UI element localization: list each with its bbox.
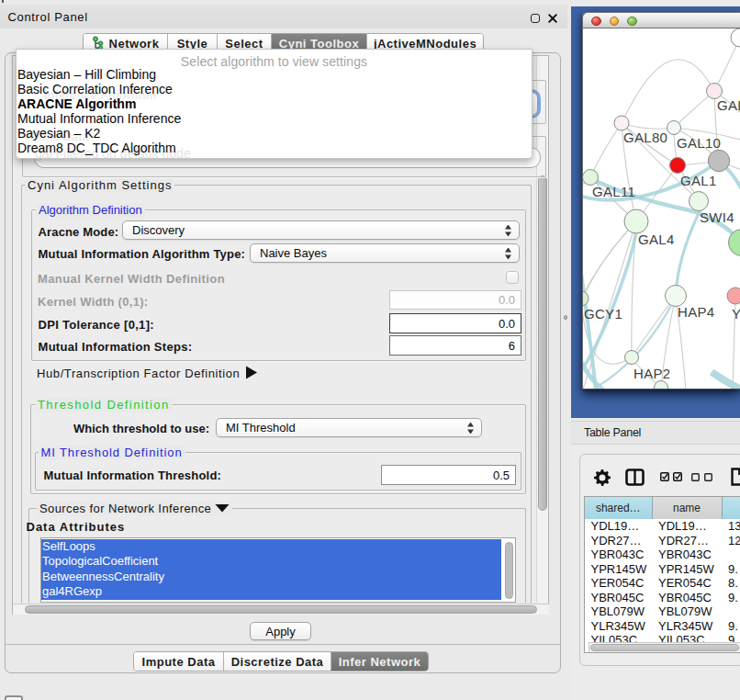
network-node-swi4[interactable] <box>690 192 709 211</box>
tab-impute-data[interactable]: Impute Data <box>134 652 224 671</box>
split-view-icon[interactable] <box>625 469 645 486</box>
table-row[interactable]: YER054CYER054C8. <box>585 576 740 591</box>
table-header-row: shared…nameA <box>585 497 740 519</box>
table-cell: 9. <box>728 619 740 634</box>
unchecked-pair-icon[interactable] <box>691 473 713 481</box>
group-title: Threshold Definition <box>35 398 173 412</box>
tab-label: Impute Data <box>142 655 216 669</box>
network-node-gal11[interactable] <box>583 170 599 186</box>
kernel-width-label: Kernel Width (0,1): <box>38 295 148 309</box>
mi-threshold-field[interactable]: 0.5 <box>381 465 516 485</box>
dropdown-item[interactable]: ARACNE Algorithm <box>17 96 136 111</box>
network-edge[interactable] <box>622 60 714 123</box>
mi-steps-field[interactable]: 6 <box>389 335 521 356</box>
dropdown-item[interactable]: Bayesian – K2 <box>17 126 100 141</box>
kernel-width-field[interactable]: 0.0 <box>389 290 521 310</box>
table-cell: YBR043C <box>591 548 653 562</box>
manual-kernel-label: Manual Kernel Width Definition <box>38 272 225 286</box>
network-node-hap2[interactable] <box>625 351 639 365</box>
splitpane-handle[interactable] <box>564 315 567 320</box>
network-window-titlebar[interactable] <box>582 12 740 28</box>
dpi-tolerance-field[interactable]: 0.0 <box>389 313 521 333</box>
network-node-gal1[interactable] <box>670 158 686 174</box>
table-row[interactable]: YBR045CYBR045C9. <box>585 591 740 605</box>
table-row[interactable]: YBR043CYBR043C <box>585 548 740 562</box>
network-node-gal80[interactable] <box>614 116 629 130</box>
document-icon[interactable] <box>731 468 740 486</box>
table-row[interactable]: YLR345WYLR345W9. <box>585 619 740 634</box>
table-row[interactable]: YBL079WYBL079W <box>585 604 740 619</box>
dock-icon[interactable] <box>5 695 23 700</box>
table-row[interactable]: YDL19…YDL19…13 <box>585 519 740 534</box>
aracne-mode-select[interactable]: Discovery <box>122 220 520 240</box>
table-cell <box>728 548 740 562</box>
network-node-gcy1[interactable] <box>583 291 589 306</box>
float-window-icon[interactable] <box>531 14 540 23</box>
table-hscrollbar[interactable] <box>589 642 740 653</box>
column-header-shared[interactable]: shared… <box>585 497 653 519</box>
network-node-gal[interactable] <box>707 84 723 99</box>
dropdown-item[interactable]: Basic Correlation Inference <box>17 82 173 96</box>
table-cell: 9. <box>728 562 740 577</box>
attribute-item[interactable]: TopologicalCoefficient <box>41 554 502 570</box>
node-label: GAL80 <box>623 130 667 145</box>
expand-arrow-icon[interactable] <box>246 366 257 379</box>
attribute-item[interactable]: gal4RGexp <box>41 584 502 600</box>
table-row[interactable]: YDR27…YDR27…12 <box>585 534 740 548</box>
table-cell: YDR27… <box>658 534 722 548</box>
group-title: Cyni Algorithm Settings <box>25 178 174 192</box>
tab-discretize-data[interactable]: Discretize Data <box>224 652 331 671</box>
list-scrollbar-thumb[interactable] <box>505 542 513 599</box>
table-row[interactable]: YPR145WYPR145W9. <box>585 562 740 577</box>
table-cell <box>728 604 740 619</box>
node-label: GAL10 <box>677 135 721 151</box>
attribute-item[interactable]: BetweennessCentrality <box>41 570 502 585</box>
dropdown-item[interactable]: Dream8 DC_TDC Algorithm <box>17 141 176 155</box>
network-node-gal4[interactable] <box>624 209 648 233</box>
table-cell: 12 <box>728 534 740 548</box>
data-attributes-label: Data Attributes <box>27 520 126 534</box>
minimize-traffic-light[interactable] <box>610 17 620 27</box>
table-cell: YPR145W <box>591 562 653 577</box>
table-panel-title: Table Panel <box>584 426 641 439</box>
table-cell: YBR045C <box>658 591 722 605</box>
group-title[interactable]: Sources for Network Inference <box>37 502 232 515</box>
column-header-A[interactable]: A <box>723 497 740 519</box>
collapse-arrow-icon <box>215 504 230 513</box>
attribute-item[interactable]: SelfLoops <box>41 539 502 555</box>
network-edge[interactable] <box>590 123 622 177</box>
dropdown-item[interactable]: Mutual Information Inference <box>17 111 181 126</box>
table-toolbar <box>580 455 740 495</box>
network-node-gal10[interactable] <box>667 121 681 135</box>
table-hscrollbar-thumb[interactable] <box>590 644 739 651</box>
close-icon[interactable] <box>548 14 557 23</box>
tab-infer-network[interactable]: Infer Network <box>331 652 428 671</box>
horizontal-scrollbar-thumb[interactable] <box>25 605 537 614</box>
vertical-scrollbar-thumb[interactable] <box>538 175 547 511</box>
manual-kernel-checkbox[interactable] <box>506 271 519 284</box>
which-threshold-select[interactable]: MI Threshold <box>216 418 482 437</box>
network-node-y[interactable] <box>727 288 740 304</box>
network-edge-highlighted[interactable] <box>676 209 701 297</box>
checked-pair-icon[interactable] <box>660 472 682 481</box>
mi-algorithm-type-select[interactable]: Naive Bayes <box>250 243 520 263</box>
dropdown-item[interactable]: Bayesian – Hill Climbing <box>17 67 156 82</box>
data-attributes-list[interactable]: gal4RGexpBetweennessCentralityTopologica… <box>40 537 516 603</box>
hub-definition-toggle[interactable]: Hub/Transcription Factor Definition <box>37 367 240 380</box>
network-node[interactable] <box>655 381 668 390</box>
zoom-traffic-light[interactable] <box>627 17 637 27</box>
network-edge[interactable] <box>622 123 674 129</box>
close-traffic-light[interactable] <box>591 17 601 27</box>
gear-icon[interactable] <box>594 469 611 486</box>
network-canvas[interactable]: GALGAL80GAL10GAL1GAL11SWI4GAL4GCY1HAP4YH… <box>582 28 740 390</box>
network-node[interactable] <box>731 28 740 47</box>
apply-button[interactable]: Apply <box>250 622 311 640</box>
node-label: HAP2 <box>633 366 670 381</box>
content-separator <box>6 644 560 645</box>
network-node[interactable] <box>708 150 729 171</box>
network-edge-highlighted[interactable] <box>712 372 740 390</box>
column-header-name[interactable]: name <box>653 497 723 519</box>
table-cell: YLR345W <box>591 619 653 634</box>
mi-threshold-label: Mutual Information Threshold: <box>44 469 222 482</box>
table-cell: 8. <box>728 576 740 591</box>
